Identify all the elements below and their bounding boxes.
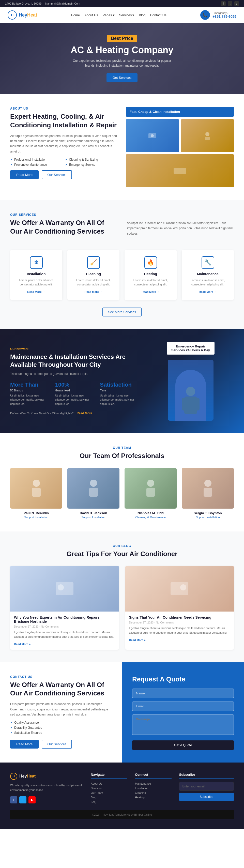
see-more-button[interactable]: See More Services bbox=[102, 308, 142, 316]
header-phone: 📞 Emergency? +351 889 6099 bbox=[200, 10, 236, 20]
footer-link-team[interactable]: Our Team bbox=[91, 791, 127, 794]
svg-rect-16 bbox=[204, 488, 212, 497]
about-image-3 bbox=[126, 154, 234, 187]
blog-meta-1: December 27, 2023 · No Comments bbox=[14, 625, 115, 628]
footer-col-subscribe: Subscribe Subscribe bbox=[179, 773, 234, 805]
about-title: Expert Heating, Cooling, & Air Condition… bbox=[10, 112, 118, 130]
form-email-input[interactable] bbox=[132, 702, 234, 711]
service-card-maintenance: 🔧 Maintenance Lorem ipsum dolor sit amet… bbox=[182, 250, 234, 300]
stat-number-guaranteed: 100% bbox=[55, 381, 95, 388]
form-message-input[interactable] bbox=[132, 714, 234, 735]
services-header-left: Our Services We Offer A Warranty On All … bbox=[10, 213, 117, 240]
contact-services-button[interactable]: Our Services bbox=[42, 740, 72, 748]
footer-link-cleaning[interactable]: Cleaning bbox=[135, 791, 172, 794]
facebook-icon[interactable]: f bbox=[221, 1, 226, 6]
about-buttons: Read More Our Services bbox=[10, 170, 118, 179]
footer-link-about[interactable]: About Us bbox=[91, 782, 127, 785]
footer-bottom: ©2024 - HeyHeat Template Kit by Bimber O… bbox=[10, 810, 234, 819]
nav-contact[interactable]: Contact Us bbox=[150, 13, 166, 17]
hero-subtitle: Our experienced technicians provide air … bbox=[71, 58, 173, 68]
check-icon-1: ✓ bbox=[10, 158, 13, 161]
phone-icon: 📞 bbox=[200, 10, 210, 20]
dark-link-text: Do You Want To Know About Our Other High… bbox=[10, 412, 73, 415]
stat-satisfaction: Satisfaction Time Ut elit tellus, luctus… bbox=[100, 381, 140, 406]
footer-subscribe-input[interactable] bbox=[179, 782, 234, 791]
dark-read-more[interactable]: Read More bbox=[77, 411, 92, 415]
dark-section: Our Network Maintenance & Installation S… bbox=[0, 329, 244, 433]
team-card-2: David D. Jackson Support Installation bbox=[67, 468, 119, 519]
svg-point-15 bbox=[204, 479, 211, 487]
stat-brands: More Than 50 Brands Ut elit tellus, luct… bbox=[10, 381, 50, 406]
footer-link-maintenance[interactable]: Maintenance bbox=[135, 782, 172, 785]
check-item-3: ✓ Preventive Maintenance bbox=[10, 163, 64, 166]
youtube-icon[interactable]: y bbox=[234, 1, 239, 6]
check-icon-4: ✓ bbox=[65, 163, 68, 166]
hero-title: AC & Heating Company bbox=[71, 45, 173, 55]
about-section: About Us Expert Heating, Cooling, & Air … bbox=[0, 94, 244, 200]
nav-blog[interactable]: Blog bbox=[139, 13, 145, 17]
nav-home[interactable]: Home bbox=[71, 13, 80, 17]
check-item-2: ✓ Cleaning & Sanitizing bbox=[65, 158, 118, 161]
footer-link-services[interactable]: Services bbox=[91, 787, 127, 790]
about-img-badge: Fast, Cheap & Clean Installation bbox=[126, 107, 234, 117]
footer-copyright: ©2024 - HeyHeat Template Kit by Bimber O… bbox=[92, 813, 152, 816]
svg-point-20 bbox=[180, 584, 186, 590]
logo[interactable]: H HeyHeat bbox=[8, 10, 37, 20]
services-grid: ❄ Installation Lorem ipsum dolor sit ame… bbox=[10, 250, 234, 300]
footer-youtube-icon[interactable]: ▶ bbox=[28, 796, 36, 803]
about-read-more-button[interactable]: Read More bbox=[10, 170, 39, 179]
svg-point-2 bbox=[205, 132, 209, 136]
service-readmore-heating[interactable]: Read More → bbox=[142, 290, 159, 293]
emergency-badge: Emergency Repair Services 24 Hours A Day bbox=[167, 342, 215, 354]
footer-twitter-icon[interactable]: t bbox=[19, 796, 26, 803]
footer-link-blog[interactable]: Blog bbox=[91, 796, 127, 799]
svg-rect-12 bbox=[89, 488, 98, 497]
contact-right: Request A Quote Get A Quote bbox=[122, 662, 244, 763]
nav-pages[interactable]: Pages ▾ bbox=[103, 13, 115, 17]
blog-text-2: Egestas fringilla pharetra faucibus scel… bbox=[129, 626, 230, 635]
service-readmore-cleaning[interactable]: Read More → bbox=[84, 290, 102, 293]
footer-subscribe-button[interactable]: Subscribe bbox=[179, 793, 234, 801]
footer-grid: H HeyHeat We offer quality services to e… bbox=[10, 773, 234, 805]
blog-text-1: Egestas fringilla pharetra faucibus scel… bbox=[14, 630, 115, 639]
team-photo-4 bbox=[182, 468, 234, 508]
blog-post-title-1: Why You Need Experts in Air Conditioning… bbox=[14, 615, 115, 623]
form-name-input[interactable] bbox=[132, 688, 234, 698]
hero-cta-button[interactable]: Get Services bbox=[106, 73, 138, 82]
svg-rect-8 bbox=[195, 398, 200, 410]
team-label: Our Team bbox=[10, 446, 234, 450]
blog-readmore-1[interactable]: Read More » bbox=[14, 643, 30, 646]
contact-checklist: ✓ Quality Assurance ✓ Durability Guarant… bbox=[10, 721, 112, 735]
contact-buttons: Read More Our Services bbox=[10, 740, 112, 748]
nav-services[interactable]: Services ▾ bbox=[119, 13, 134, 17]
svg-rect-10 bbox=[32, 488, 41, 497]
footer-subscribe-title: Subscribe bbox=[179, 773, 234, 778]
footer-desc: We offer quality services to ensure a he… bbox=[10, 783, 83, 792]
form-submit-button[interactable]: Get A Quote bbox=[132, 740, 234, 750]
logo-text: HeyHeat bbox=[19, 12, 37, 18]
blog-readmore-2[interactable]: Read More » bbox=[129, 639, 146, 642]
service-card-heating: 🔥 Heating Lorem ipsum dolor sit amet, co… bbox=[125, 250, 177, 300]
footer-link-heating[interactable]: Heating bbox=[135, 796, 172, 799]
check-item-4: ✓ Emergency Service bbox=[65, 163, 118, 166]
footer-link-installation[interactable]: Installation bbox=[135, 787, 172, 790]
team-card-1: Paul N. Beaudin Support Installation bbox=[10, 468, 62, 519]
nav-about[interactable]: About Us bbox=[84, 13, 98, 17]
about-image-grid bbox=[126, 119, 234, 187]
dark-link-row: Do You Want To Know About Our Other High… bbox=[10, 411, 140, 415]
team-name-3: Nicholas M. Tidd bbox=[125, 511, 177, 515]
contact-read-more-button[interactable]: Read More bbox=[10, 740, 39, 748]
about-checklist: ✓ Professional Installation ✓ Cleaning &… bbox=[10, 158, 118, 166]
blog-card-1: Why You Need Experts in Air Conditioning… bbox=[10, 566, 119, 649]
emergency-label: Emergency Repair bbox=[171, 344, 210, 348]
service-readmore-maintenance[interactable]: Read More → bbox=[199, 290, 217, 293]
service-readmore-installation[interactable]: Read More → bbox=[27, 290, 45, 293]
footer-link-faq[interactable]: FAQ bbox=[91, 800, 127, 803]
services-header-right: Volutpat lacus laoreet non curabitur gra… bbox=[127, 213, 234, 240]
team-role-3: Cleaning & Maintenance bbox=[125, 516, 177, 519]
footer-facebook-icon[interactable]: f bbox=[10, 796, 17, 803]
twitter-icon[interactable]: t bbox=[228, 1, 232, 6]
service-title-heating: Heating bbox=[130, 272, 172, 276]
contact-section: Contact Us We Offer A Warranty On All Of… bbox=[0, 662, 244, 763]
about-services-button[interactable]: Our Services bbox=[42, 170, 72, 179]
